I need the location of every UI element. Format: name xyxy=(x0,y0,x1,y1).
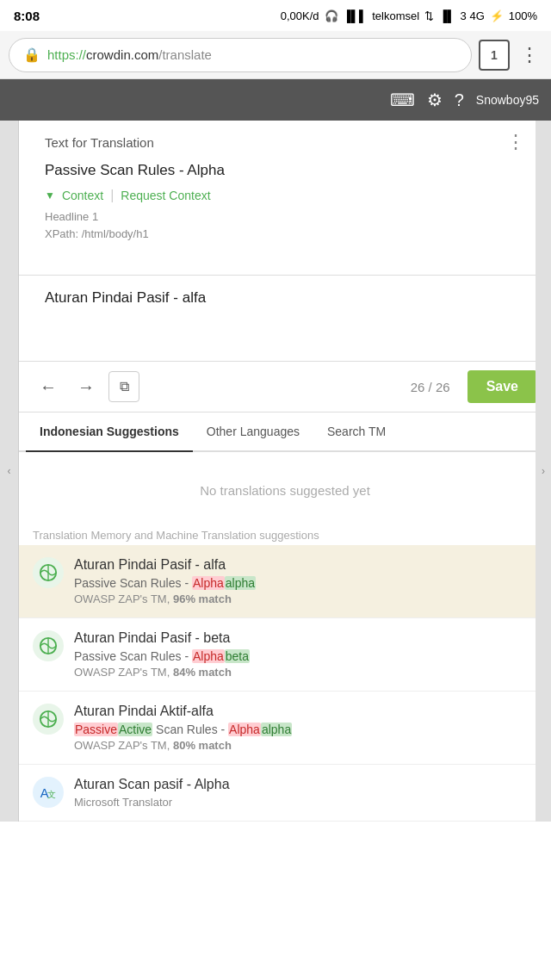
tab-indonesian-label: Indonesian Suggestions xyxy=(40,425,179,438)
status-right: 0,00K/d 🎧 ▐▌▌ telkomsel ⇅ ▐▌ 3 4G ⚡ 100% xyxy=(281,9,537,22)
tm-title-2: Aturan Pindai Pasif - beta xyxy=(74,630,537,646)
tm-title-1: Aturan Pindai Pasif - alfa xyxy=(74,557,537,573)
carrier: telkomsel xyxy=(372,9,419,22)
diff-red-1: Alpha xyxy=(192,576,225,590)
no-suggestions-text: No translations suggested yet xyxy=(33,466,537,515)
url-bar[interactable]: 🔒 https://crowdin.com/translate xyxy=(9,38,472,72)
context-arrow-icon: ▼ xyxy=(45,189,55,202)
tm-meta-2: OWASP ZAP's TM, 84% match xyxy=(74,666,537,679)
tab-count-button[interactable]: 1 xyxy=(479,40,510,71)
context-button[interactable]: Context xyxy=(62,189,103,202)
help-icon[interactable]: ? xyxy=(455,90,464,110)
tm-meta-1: OWASP ZAP's TM, 96% match xyxy=(74,592,537,605)
divider: | xyxy=(110,188,114,203)
tm-subtitle-1: Passive Scan Rules - Alphaalpha xyxy=(74,576,537,590)
tabs-bar: Indonesian Suggestions Other Languages S… xyxy=(19,412,551,452)
source-text: Passive Scan Rules - Alpha xyxy=(45,162,525,179)
url-path: /translate xyxy=(158,47,212,62)
username: Snowboy95 xyxy=(476,93,539,107)
signal-icon-2: ▐▌ xyxy=(439,9,455,22)
translation-counter: 26 / 26 xyxy=(411,380,450,394)
action-bar: ← → ⧉ 26 / 26 Save xyxy=(19,362,551,412)
network-type: 3 4G xyxy=(461,9,485,22)
tm-subtitle-3: PassiveActive Scan Rules - Alphaalpha xyxy=(74,723,537,736)
diff-green-3a: Active xyxy=(118,723,152,736)
main-panel: ‹ Text for Translation ⋮ Passive Scan Ru… xyxy=(0,121,551,822)
save-button[interactable]: Save xyxy=(467,370,537,403)
tm-icon-1 xyxy=(33,557,64,588)
svg-text:文: 文 xyxy=(47,790,56,799)
translation-panel: Text for Translation ⋮ Passive Scan Rule… xyxy=(19,121,551,276)
browser-menu-button[interactable]: ⋮ xyxy=(517,40,542,70)
tm-meta-3: OWASP ZAP's TM, 80% match xyxy=(74,739,537,752)
translation-input[interactable]: Aturan Pindai Pasif - alfa xyxy=(45,289,525,332)
next-button[interactable]: → xyxy=(71,371,102,402)
side-collapse-left[interactable]: ‹ xyxy=(0,121,19,822)
tm-title-3: Aturan Pindai Aktif-alfa xyxy=(74,704,537,719)
tm-meta-4: Microsoft Translator xyxy=(74,796,537,809)
tm-item[interactable]: Aturan Pindai Pasif - alfa Passive Scan … xyxy=(19,545,551,618)
xpath-label: XPath: /html/body/h1 xyxy=(45,226,525,243)
diff-red-2: Alpha xyxy=(192,649,225,663)
translation-area[interactable]: Aturan Pindai Pasif - alfa xyxy=(19,276,551,362)
tab-search-tm[interactable]: Search TM xyxy=(313,412,399,452)
chevron-right-icon: › xyxy=(542,465,545,477)
panel-header: Text for Translation ⋮ xyxy=(45,131,525,153)
network-icon: ⇅ xyxy=(424,9,434,22)
panel-title: Text for Translation xyxy=(45,135,154,150)
status-time: 8:08 xyxy=(14,9,40,23)
settings-icon[interactable]: ⚙ xyxy=(427,90,443,110)
url-text: https://crowdin.com/translate xyxy=(47,47,212,62)
app-toolbar: ⌨ ⚙ ? Snowboy95 xyxy=(0,79,551,121)
context-row: ▼ Context | Request Context xyxy=(45,188,525,203)
prev-button[interactable]: ← xyxy=(33,371,64,402)
url-domain: crowdin.com xyxy=(86,47,158,62)
tm-item[interactable]: Aturan Pindai Aktif-alfa PassiveActive S… xyxy=(19,692,551,765)
tm-icon-4: A文 xyxy=(33,777,64,808)
tab-indonesian[interactable]: Indonesian Suggestions xyxy=(26,412,193,452)
panel-options-button[interactable]: ⋮ xyxy=(506,131,525,153)
status-bar: 8:08 0,00K/d 🎧 ▐▌▌ telkomsel ⇅ ▐▌ 3 4G ⚡… xyxy=(0,0,551,31)
tm-match-3: 80% match xyxy=(173,739,232,752)
tm-title-4: Aturan Scan pasif - Alpha xyxy=(74,777,537,792)
diff-red-3b: Alpha xyxy=(228,723,261,736)
context-info: Headline 1 XPath: /html/body/h1 xyxy=(45,208,525,242)
tm-section-header: Translation Memory and Machine Translati… xyxy=(19,522,551,545)
url-https: https:// xyxy=(47,47,86,62)
tm-content-2: Aturan Pindai Pasif - beta Passive Scan … xyxy=(74,630,537,679)
battery-level: 100% xyxy=(509,9,537,22)
tm-subtitle-2: Passive Scan Rules - Alphabeta xyxy=(74,649,537,663)
tm-item[interactable]: Aturan Pindai Pasif - beta Passive Scan … xyxy=(19,618,551,692)
tab-search-label: Search TM xyxy=(327,425,386,438)
tm-content-4: Aturan Scan pasif - Alpha Microsoft Tran… xyxy=(74,777,537,809)
tm-content-1: Aturan Pindai Pasif - alfa Passive Scan … xyxy=(74,557,537,605)
tab-number: 1 xyxy=(491,48,498,62)
side-collapse-right[interactable]: › xyxy=(536,121,551,822)
chevron-left-icon: ‹ xyxy=(8,465,11,477)
tm-match-1: 96% match xyxy=(173,592,232,605)
copy-button[interactable]: ⧉ xyxy=(108,371,139,402)
tm-content-3: Aturan Pindai Aktif-alfa PassiveActive S… xyxy=(74,704,537,752)
diff-green-3b: alpha xyxy=(261,723,292,736)
keyboard-icon[interactable]: ⌨ xyxy=(390,90,415,110)
tab-other-languages[interactable]: Other Languages xyxy=(193,412,313,452)
tm-item[interactable]: A文 Aturan Scan pasif - Alpha Microsoft T… xyxy=(19,765,551,822)
headphone-icon: 🎧 xyxy=(325,9,338,22)
tm-icon-3 xyxy=(33,704,64,735)
tm-icon-2 xyxy=(33,630,64,661)
request-context-button[interactable]: Request Context xyxy=(121,189,210,202)
diff-green-1: alpha xyxy=(225,576,256,590)
tm-match-2: 84% match xyxy=(173,666,232,679)
lock-icon: 🔒 xyxy=(23,47,40,63)
headline-label: Headline 1 xyxy=(45,208,525,226)
tab-other-label: Other Languages xyxy=(207,425,300,438)
diff-green-2: beta xyxy=(225,649,250,663)
browser-bar: 🔒 https://crowdin.com/translate 1 ⋮ xyxy=(0,31,551,79)
charging-icon: ⚡ xyxy=(490,9,504,22)
data-speed: 0,00K/d xyxy=(281,9,319,22)
suggestions-area: No translations suggested yet xyxy=(19,452,551,522)
signal-icon: ▐▌▌ xyxy=(344,9,368,22)
diff-red-3a: Passive xyxy=(74,723,118,736)
